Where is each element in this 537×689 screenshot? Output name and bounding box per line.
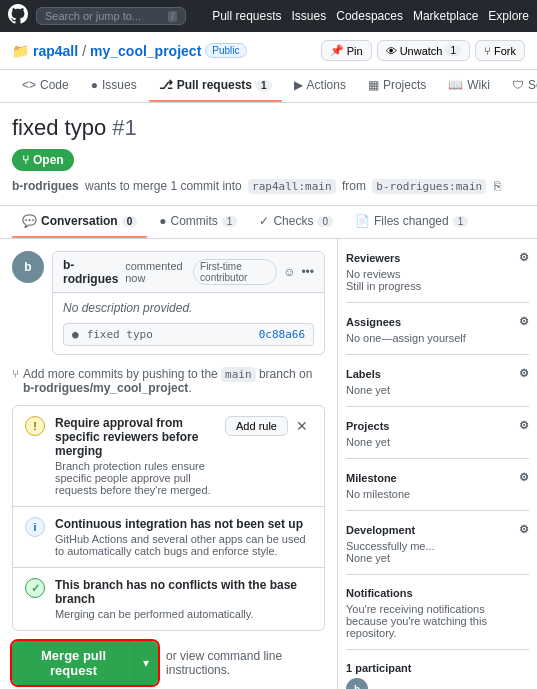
tab-actions[interactable]: ▶ Actions (284, 70, 356, 102)
pr-tab-conversation[interactable]: 💬 Conversation 0 (12, 206, 147, 238)
check-warning-icon: ! (25, 416, 45, 436)
tab-pull-requests[interactable]: ⎇ Pull requests 1 (149, 70, 282, 102)
sidebar-milestone-label[interactable]: Milestone ⚙ (346, 471, 529, 484)
close-check-button[interactable]: ✕ (292, 416, 312, 436)
check-title-ci: Continuous integration has not been set … (55, 517, 312, 531)
conversation-icon: 💬 (22, 214, 37, 228)
nav-issues[interactable]: Issues (292, 9, 327, 23)
check-success-icon: ✓ (25, 578, 45, 598)
checks-icon: ✓ (259, 214, 269, 228)
unwatch-button[interactable]: 👁 Unwatch 1 (377, 40, 470, 61)
sidebar-projects: Projects ⚙ None yet (346, 419, 529, 459)
main-content: b b-rodrigues commented now First-time c… (0, 239, 337, 689)
visibility-badge: Public (205, 43, 246, 58)
unwatch-count: 1 (445, 45, 461, 56)
repo-breadcrumb: 📁 rap4all / my_cool_project Public (12, 43, 247, 59)
tab-security[interactable]: 🛡 Security (502, 70, 537, 102)
commits-icon: ● (159, 214, 166, 228)
org-link[interactable]: rap4all (33, 43, 78, 59)
labels-gear-icon: ⚙ (519, 367, 529, 380)
development-gear-icon: ⚙ (519, 523, 529, 536)
merge-dropdown-button[interactable]: ▾ (134, 641, 158, 685)
sidebar-reviewers-sub: Still in progress (346, 280, 529, 292)
tab-issues[interactable]: ● Issues (81, 70, 147, 102)
commit-hash[interactable]: 0c88a66 (259, 328, 305, 341)
sidebar-reviewers: Reviewers ⚙ No reviews Still in progress (346, 251, 529, 303)
repo-tabs: <> Code ● Issues ⎇ Pull requests 1 ▶ Act… (0, 70, 537, 103)
sidebar-labels-label[interactable]: Labels ⚙ (346, 367, 529, 380)
sidebar-assignees-label[interactable]: Assignees ⚙ (346, 315, 529, 328)
sidebar-notifications-value: You're receiving notifications because y… (346, 603, 529, 639)
breadcrumb-sep: / (82, 43, 86, 59)
commit-label: fixed typo (87, 328, 153, 341)
checks-block: ! Require approval from specific reviewe… (12, 405, 325, 631)
check-desc-approval: Branch protection rules ensure specific … (55, 460, 215, 496)
sidebar-development-label[interactable]: Development ⚙ (346, 523, 529, 536)
comment-author-info: b-rodrigues commented now (63, 258, 193, 286)
check-title-conflicts: This branch has no conflicts with the ba… (55, 578, 312, 606)
main-layout: b b-rodrigues commented now First-time c… (0, 239, 537, 689)
pr-number: #1 (112, 115, 136, 140)
more-options-icon[interactable]: ••• (301, 265, 314, 279)
comment-header: b-rodrigues commented now First-time con… (53, 252, 324, 293)
nav-explore[interactable]: Explore (488, 9, 529, 23)
pin-icon: 📌 (330, 44, 344, 57)
sidebar-development-sub: None yet (346, 552, 529, 564)
tab-wiki[interactable]: 📖 Wiki (438, 70, 500, 102)
sidebar-assignees: Assignees ⚙ No one—assign yourself (346, 315, 529, 355)
check-item-approval: ! Require approval from specific reviewe… (13, 406, 324, 507)
slash-badge: / (168, 11, 177, 22)
sidebar-labels-value: None yet (346, 384, 529, 396)
fork-button[interactable]: ⑂ Fork (475, 40, 525, 61)
github-logo-icon[interactable] (8, 4, 28, 29)
pr-tab-commits[interactable]: ● Commits 1 (149, 206, 247, 238)
smiley-icon[interactable]: ☺ (283, 265, 295, 279)
merge-pull-request-button[interactable]: Merge pull request (12, 641, 134, 685)
sidebar-projects-label[interactable]: Projects ⚙ (346, 419, 529, 432)
sidebar-labels: Labels ⚙ None yet (346, 367, 529, 407)
checks-badge: 0 (317, 216, 333, 227)
check-actions-approval: Add rule ✕ (225, 416, 312, 436)
merge-section: Merge pull request ▾ or view command lin… (12, 641, 325, 685)
wiki-icon: 📖 (448, 78, 463, 92)
sidebar-development: Development ⚙ Successfully me... None ye… (346, 523, 529, 575)
pr-tab-files-changed[interactable]: 📄 Files changed 1 (345, 206, 478, 238)
pin-button[interactable]: 📌 Pin (321, 40, 372, 61)
top-nav-links: Pull requests Issues Codespaces Marketpl… (212, 9, 529, 23)
sidebar-notifications-label: Notifications (346, 587, 529, 599)
issue-icon: ● (91, 78, 98, 92)
pr-icon: ⎇ (159, 78, 173, 92)
comment-description: No description provided. (63, 301, 314, 315)
search-box[interactable]: Search or jump to... / (36, 7, 186, 25)
search-label: Search or jump to... (45, 10, 141, 22)
sidebar-milestone-value: No milestone (346, 488, 529, 500)
check-item-ci: i Continuous integration has not been se… (13, 507, 324, 568)
merge-or-text: or view command line instructions. (166, 649, 325, 677)
commit-icon: ● (72, 328, 79, 341)
projects-gear-icon: ⚙ (519, 419, 529, 432)
sidebar-assignees-value: No one—assign yourself (346, 332, 529, 344)
merge-btn-group: Merge pull request ▾ (12, 641, 158, 685)
fork-icon: ⑂ (484, 45, 491, 57)
nav-pull-requests[interactable]: Pull requests (212, 9, 281, 23)
copy-icon[interactable]: ⎘ (494, 179, 501, 193)
sidebar-participants-label: 1 participant (346, 662, 529, 674)
tab-projects[interactable]: ▦ Projects (358, 70, 436, 102)
sidebar-participants: 1 participant b (346, 662, 529, 689)
check-text-approval: Require approval from specific reviewers… (55, 416, 215, 496)
pr-tab-checks[interactable]: ✓ Checks 0 (249, 206, 343, 238)
repo-link[interactable]: my_cool_project (90, 43, 201, 59)
comment-time: commented now (125, 260, 193, 284)
sidebar-reviewers-label[interactable]: Reviewers ⚙ (346, 251, 529, 264)
conversation-badge: 0 (122, 216, 138, 227)
tab-code[interactable]: <> Code (12, 70, 79, 102)
branch-info: ⑂ Add more commits by pushing to the mai… (12, 367, 325, 395)
sidebar-milestone: Milestone ⚙ No milestone (346, 471, 529, 511)
avatar: b (12, 251, 44, 283)
repo-actions: 📌 Pin 👁 Unwatch 1 ⑂ Fork (321, 40, 525, 61)
pr-status-row: ⑂ Open b-rodrigues wants to merge 1 comm… (12, 149, 525, 193)
repo-icon: 📁 (12, 43, 29, 59)
nav-marketplace[interactable]: Marketplace (413, 9, 478, 23)
add-rule-button[interactable]: Add rule (225, 416, 288, 436)
nav-codespaces[interactable]: Codespaces (336, 9, 403, 23)
